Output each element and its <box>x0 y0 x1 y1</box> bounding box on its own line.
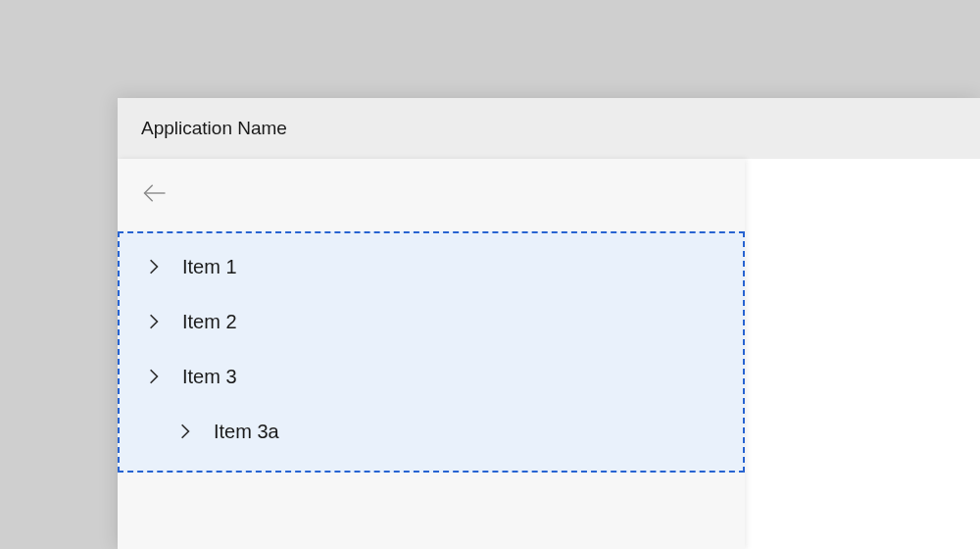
back-arrow-icon[interactable] <box>141 179 169 211</box>
back-row <box>118 159 745 231</box>
tree-item-label: Item 1 <box>182 256 237 278</box>
chevron-right-icon[interactable] <box>141 258 167 275</box>
app-window: Application Name Item 1 Item 2 <box>118 98 980 549</box>
tree-item-label: Item 3a <box>214 421 279 443</box>
app-title: Application Name <box>141 118 287 139</box>
navigation-panel: Item 1 Item 2 Item 3 Item 3a <box>118 159 745 549</box>
tree-item[interactable]: Item 3a <box>120 404 743 459</box>
tree-item[interactable]: Item 3 <box>120 349 743 404</box>
tree-item[interactable]: Item 1 <box>120 239 743 294</box>
chevron-right-icon[interactable] <box>172 423 198 440</box>
chevron-right-icon[interactable] <box>141 368 167 385</box>
tree-view[interactable]: Item 1 Item 2 Item 3 Item 3a <box>118 231 745 473</box>
titlebar: Application Name <box>118 98 980 159</box>
tree-item-label: Item 2 <box>182 311 237 333</box>
tree-item-label: Item 3 <box>182 366 237 388</box>
chevron-right-icon[interactable] <box>141 313 167 330</box>
tree-item[interactable]: Item 2 <box>120 294 743 349</box>
